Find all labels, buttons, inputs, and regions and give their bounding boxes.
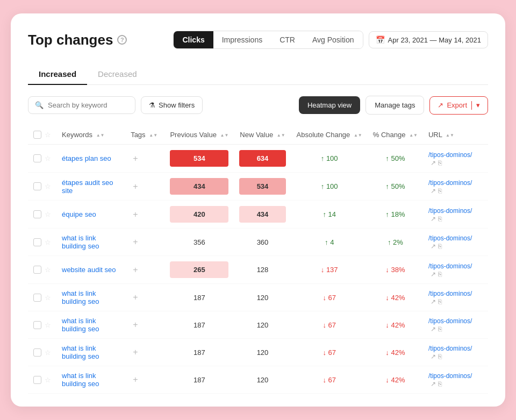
copy-icon[interactable]: ⎘ — [438, 353, 442, 360]
toolbar: 🔍 ⚗ Show filters Heatmap view Manage tag… — [28, 96, 488, 115]
prev-value-cell: 187 — [170, 348, 228, 357]
keyword-link[interactable]: étapes plan seo — [62, 154, 111, 162]
row-star[interactable]: ☆ — [45, 348, 51, 357]
export-icon: ↗ — [438, 101, 443, 109]
external-link-icon[interactable]: ↗ — [431, 215, 436, 223]
copy-icon[interactable]: ⎘ — [438, 243, 442, 250]
copy-icon[interactable]: ⎘ — [438, 187, 442, 195]
export-button[interactable]: ↗ Export ▾ — [429, 96, 488, 115]
sort-new[interactable]: ▲▼ — [277, 133, 285, 138]
tab-avg-position[interactable]: Avg Position — [304, 31, 363, 48]
absolute-change: ↓ 67 — [322, 294, 336, 302]
keyword-link[interactable]: website audit seo — [62, 266, 116, 274]
copy-icon[interactable]: ⎘ — [438, 298, 442, 305]
row-checkbox[interactable] — [33, 154, 41, 162]
filter-label: Show filters — [159, 101, 195, 109]
tab-decreased[interactable]: Decreased — [87, 64, 148, 85]
copy-icon[interactable]: ⎘ — [438, 270, 442, 278]
external-link-icon[interactable]: ↗ — [431, 187, 436, 195]
add-tag-button[interactable]: + — [131, 210, 140, 219]
pct-change: ↑ 18% — [385, 210, 405, 218]
new-value-cell: 120 — [239, 321, 285, 329]
row-checkbox[interactable] — [33, 210, 41, 218]
filter-button[interactable]: ⚗ Show filters — [141, 96, 203, 114]
sort-prev[interactable]: ▲▼ — [220, 133, 229, 138]
add-tag-button[interactable]: + — [131, 182, 140, 191]
sort-tags[interactable]: ▲▼ — [149, 133, 157, 138]
keyword-link[interactable]: what is link building seo — [62, 289, 99, 305]
copy-icon[interactable]: ⎘ — [438, 215, 442, 223]
external-link-icon[interactable]: ↗ — [431, 380, 436, 388]
tab-increased[interactable]: Increased — [28, 64, 87, 85]
keyword-link[interactable]: what is link building seo — [62, 317, 99, 333]
row-star[interactable]: ☆ — [45, 266, 51, 274]
row-checkbox[interactable] — [33, 348, 41, 357]
new-value-cell: 120 — [239, 348, 285, 357]
tab-ctr[interactable]: CTR — [271, 31, 304, 48]
keyword-link[interactable]: étapes audit seo site — [62, 179, 113, 195]
row-checkbox[interactable] — [33, 182, 41, 190]
table-row: ☆ what is link building seo + 187 120 ↓ … — [28, 366, 488, 394]
sort-abs[interactable]: ▲▼ — [354, 133, 362, 138]
add-tag-button[interactable]: + — [131, 320, 140, 330]
add-tag-button[interactable]: + — [131, 375, 140, 385]
url-text: /tipos-dominos/ — [428, 234, 472, 242]
add-tag-button[interactable]: + — [131, 265, 140, 275]
row-star[interactable]: ☆ — [45, 210, 51, 218]
prev-value-cell: 187 — [170, 376, 228, 384]
col-header-pct: % Change ▲▼ — [368, 125, 423, 145]
sort-keywords[interactable]: ▲▼ — [96, 133, 105, 138]
keyword-link[interactable]: what is link building seo — [62, 234, 99, 250]
add-tag-button[interactable]: + — [131, 347, 140, 357]
row-checkbox[interactable] — [33, 294, 41, 302]
add-tag-button[interactable]: + — [131, 154, 140, 163]
row-checkbox[interactable] — [33, 238, 41, 246]
row-checkbox[interactable] — [33, 321, 41, 329]
row-checkbox[interactable] — [33, 376, 41, 384]
external-link-icon[interactable]: ↗ — [431, 325, 436, 333]
tab-impressions[interactable]: Impressions — [213, 31, 271, 48]
add-tag-button[interactable]: + — [131, 237, 140, 247]
select-all-checkbox[interactable] — [33, 131, 41, 139]
row-star[interactable]: ☆ — [45, 154, 51, 162]
table-row: ☆ équipe seo + 420 434 ↑ 14 ↑ 18% /tipos… — [28, 201, 488, 229]
copy-icon[interactable]: ⎘ — [438, 159, 442, 167]
external-link-icon[interactable]: ↗ — [431, 353, 436, 360]
external-link-icon[interactable]: ↗ — [431, 243, 436, 250]
row-star[interactable]: ☆ — [45, 294, 51, 302]
row-star[interactable]: ☆ — [45, 376, 51, 384]
search-input[interactable] — [48, 101, 128, 109]
keyword-link[interactable]: équipe seo — [62, 210, 96, 218]
keyword-link[interactable]: what is link building seo — [62, 344, 99, 360]
url-icons: ↗ ⎘ — [431, 298, 442, 305]
prev-value-cell: 187 — [170, 321, 228, 329]
url-text: /tipos-dominos/ — [428, 345, 472, 352]
external-link-icon[interactable]: ↗ — [431, 270, 436, 278]
help-icon[interactable]: ? — [117, 35, 127, 45]
absolute-change: ↑ 4 — [325, 238, 334, 246]
sort-url[interactable]: ▲▼ — [446, 133, 454, 138]
keyword-link[interactable]: what is link building seo — [62, 372, 99, 388]
row-star[interactable]: ☆ — [45, 238, 51, 246]
date-range-picker[interactable]: 📅 Apr 23, 2021 — May 14, 2021 — [369, 31, 488, 48]
new-value-cell: 120 — [239, 376, 285, 384]
prev-value-cell: 356 — [170, 238, 228, 246]
tab-clicks[interactable]: Clicks — [174, 31, 213, 48]
table-row: ☆ étapes plan seo + 534 634 ↑ 100 ↑ 50% … — [28, 145, 488, 173]
pct-change: ↓ 38% — [385, 266, 405, 274]
row-star[interactable]: ☆ — [45, 321, 51, 329]
copy-icon[interactable]: ⎘ — [438, 380, 442, 388]
add-tag-button[interactable]: + — [131, 293, 140, 302]
row-star[interactable]: ☆ — [45, 182, 51, 190]
external-link-icon[interactable]: ↗ — [431, 159, 436, 167]
absolute-change: ↑ 14 — [322, 210, 336, 218]
copy-icon[interactable]: ⎘ — [438, 325, 442, 333]
row-checkbox[interactable] — [33, 266, 41, 274]
pct-change: ↓ 42% — [385, 348, 405, 357]
search-icon: 🔍 — [35, 101, 44, 109]
heatmap-button[interactable]: Heatmap view — [299, 96, 360, 114]
manage-tags-button[interactable]: Manage tags — [366, 96, 424, 115]
url-icons: ↗ ⎘ — [431, 270, 442, 278]
external-link-icon[interactable]: ↗ — [431, 298, 436, 305]
sort-pct[interactable]: ▲▼ — [409, 133, 418, 138]
